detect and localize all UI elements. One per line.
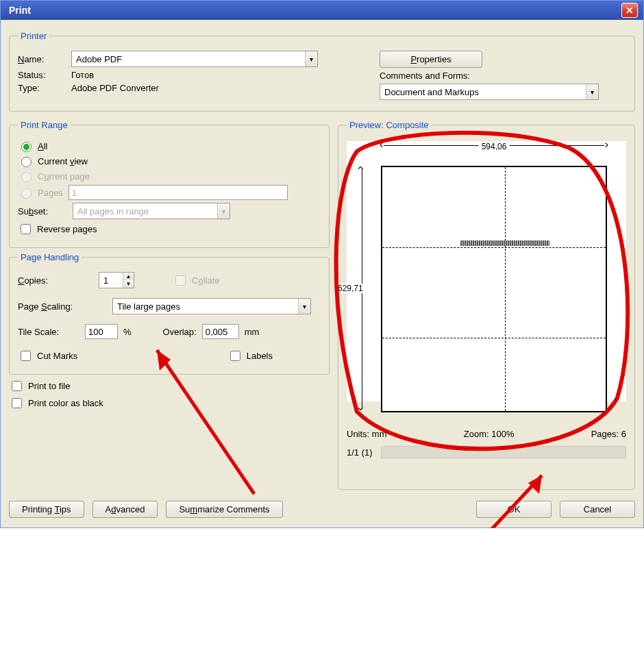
chevron-down-icon: ▾ — [217, 203, 230, 219]
titlebar: Print ✕ — [1, 1, 643, 20]
print-color-black-checkbox[interactable]: Print color as black — [9, 396, 103, 410]
subset-label: Subset: — [18, 206, 67, 216]
page-scaling-value: Tile large pages — [113, 301, 298, 312]
range-pages-radio: Pages — [18, 186, 63, 199]
preview-content-icon — [460, 240, 549, 246]
comments-forms-combo[interactable]: Document and Markups ▾ — [380, 84, 599, 100]
close-icon: ✕ — [626, 5, 634, 16]
type-value: Adobe PDF Converter — [71, 83, 159, 93]
tile-scale-input[interactable] — [85, 324, 118, 339]
pages-input — [69, 185, 288, 200]
dialog-title: Print — [9, 5, 31, 16]
preview-group: Preview: Composite 594,06 629,71 — [338, 120, 635, 490]
copies-input[interactable] — [99, 273, 123, 288]
comments-forms-value: Document and Markups — [380, 87, 586, 97]
chevron-down-icon: ▾ — [305, 51, 317, 66]
print-range-legend: Print Range — [18, 120, 71, 130]
preview-units: Units: mm — [347, 429, 387, 439]
chevron-down-icon: ▾ — [586, 84, 598, 99]
preview-height-label: 629,71 — [336, 284, 364, 293]
status-label: Status: — [18, 70, 66, 80]
collate-checkbox: Collate — [173, 273, 219, 288]
status-value: Готов — [71, 70, 94, 80]
printing-tips-button[interactable]: Printing Tips — [9, 501, 84, 518]
preview-width-label: 594,06 — [479, 142, 510, 151]
subset-combo: All pages in range ▾ — [73, 203, 230, 219]
close-button[interactable]: ✕ — [621, 3, 638, 18]
print-dialog: Print ✕ Printer Name: Adobe PDF ▾ — [0, 0, 644, 528]
printer-group: Printer Name: Adobe PDF ▾ Status: Готов — [9, 31, 635, 112]
print-to-file-checkbox[interactable]: Print to file — [9, 379, 70, 393]
printer-legend: Printer — [18, 31, 49, 41]
print-range-group: Print Range All Current view Curren — [9, 120, 330, 248]
advanced-button[interactable]: Advanced — [92, 501, 158, 518]
subset-value: All pages in range — [73, 206, 217, 216]
overlap-unit: mm — [245, 327, 260, 337]
preview-zoom: Zoom: 100% — [464, 429, 515, 439]
chevron-up-icon[interactable]: ▲ — [123, 273, 134, 280]
preview-pager: 1/1 (1) — [347, 447, 373, 458]
preview-canvas: 594,06 629,71 — [347, 141, 626, 401]
preview-pages: Pages: 6 — [591, 429, 626, 439]
chevron-down-icon: ▾ — [298, 299, 310, 314]
copies-spinner[interactable]: ▲ ▼ — [99, 272, 134, 288]
ok-button[interactable]: OK — [476, 501, 552, 518]
labels-checkbox[interactable]: Labels — [227, 349, 273, 363]
range-current-view-radio[interactable]: Current view — [18, 155, 88, 167]
preview-slider[interactable] — [381, 446, 626, 458]
copies-label: Copies: — [18, 275, 93, 286]
overlap-label: Overlap: — [163, 327, 197, 337]
tile-scale-unit: % — [123, 327, 132, 337]
summarize-comments-button[interactable]: Summarize Comments — [166, 501, 282, 518]
preview-page — [381, 166, 607, 412]
tile-scale-label: Tile Scale: — [18, 327, 79, 337]
page-scaling-label: Page Scaling: — [18, 301, 107, 312]
printer-name-combo[interactable]: Adobe PDF ▾ — [71, 51, 318, 67]
cut-marks-checkbox[interactable]: Cut Marks — [18, 349, 77, 363]
name-label: Name: — [18, 54, 66, 64]
preview-legend: Preview: Composite — [347, 120, 432, 130]
range-current-page-radio: Current page — [18, 170, 90, 182]
page-handling-group: Page Handling Copies: ▲ ▼ Collate — [9, 252, 330, 375]
properties-button[interactable]: Properties — [380, 51, 482, 68]
type-label: Type: — [18, 83, 66, 93]
cancel-button[interactable]: Cancel — [560, 501, 635, 518]
range-all-radio[interactable]: All — [18, 140, 47, 152]
page-handling-legend: Page Handling — [18, 252, 82, 262]
reverse-pages-checkbox[interactable]: Reverse pages — [18, 222, 97, 236]
page-scaling-combo[interactable]: Tile large pages ▾ — [112, 298, 311, 314]
chevron-down-icon[interactable]: ▼ — [123, 280, 134, 288]
overlap-input[interactable] — [202, 324, 239, 339]
printer-name-value: Adobe PDF — [72, 54, 305, 64]
comments-forms-label: Comments and Forms: — [380, 71, 470, 81]
